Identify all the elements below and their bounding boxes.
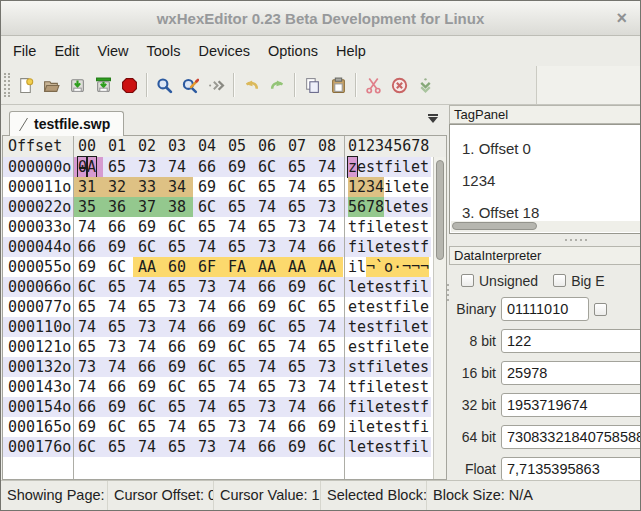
hex-byte[interactable]: 73 bbox=[193, 437, 223, 457]
hex-byte[interactable]: 74 bbox=[313, 157, 343, 177]
ascii-char[interactable]: l bbox=[411, 297, 420, 317]
ascii-char[interactable]: e bbox=[366, 417, 375, 437]
title-bar[interactable]: wxHexEditor 0.23 Beta Development for Li… bbox=[1, 1, 640, 36]
ascii-char[interactable]: t bbox=[411, 177, 420, 197]
hex-byte[interactable]: 66 bbox=[163, 337, 193, 357]
ascii-char[interactable]: t bbox=[348, 217, 357, 237]
cut-button[interactable] bbox=[360, 71, 386, 99]
ascii-char[interactable]: t bbox=[348, 317, 357, 337]
hex-byte[interactable]: 74 bbox=[253, 357, 283, 377]
hex-byte[interactable]: 66 bbox=[73, 397, 103, 417]
hex-byte[interactable]: FA bbox=[223, 257, 253, 277]
ascii-char[interactable]: i bbox=[420, 417, 429, 437]
ascii-char[interactable]: f bbox=[348, 237, 357, 257]
hex-byte[interactable]: 65 bbox=[223, 397, 253, 417]
hex-byte[interactable]: 6C bbox=[103, 257, 133, 277]
ascii-char[interactable]: i bbox=[357, 397, 366, 417]
hex-byte[interactable]: 35 bbox=[73, 197, 103, 217]
checkbox-icon[interactable] bbox=[553, 274, 566, 287]
ascii-char[interactable]: f bbox=[384, 157, 393, 177]
hex-byte[interactable]: 74 bbox=[223, 437, 253, 457]
ascii-char[interactable]: e bbox=[420, 297, 429, 317]
ascii-char[interactable]: f bbox=[384, 317, 393, 337]
hex-byte[interactable]: 74 bbox=[163, 417, 193, 437]
hex-byte[interactable]: 65 bbox=[253, 337, 283, 357]
ascii-char[interactable]: f bbox=[357, 377, 366, 397]
hex-byte[interactable]: 74 bbox=[223, 217, 253, 237]
ascii-char[interactable]: l bbox=[366, 397, 375, 417]
hex-byte[interactable]: 74 bbox=[313, 317, 343, 337]
hex-byte[interactable]: 65 bbox=[283, 317, 313, 337]
ascii-char[interactable]: · bbox=[393, 257, 402, 277]
ascii-char[interactable]: e bbox=[348, 337, 357, 357]
hex-byte[interactable]: 0A bbox=[73, 157, 103, 177]
new-file-button[interactable] bbox=[12, 71, 38, 99]
hex-byte[interactable]: 6C bbox=[283, 297, 313, 317]
ascii-char[interactable]: i bbox=[384, 337, 393, 357]
ascii-char[interactable]: s bbox=[402, 237, 411, 257]
ascii-char[interactable]: e bbox=[375, 277, 384, 297]
hex-byte[interactable]: 65 bbox=[133, 417, 163, 437]
ascii-char[interactable]: 2 bbox=[357, 177, 366, 197]
ascii-char[interactable]: e bbox=[384, 417, 393, 437]
hex-byte[interactable]: 6C bbox=[163, 217, 193, 237]
hex-byte[interactable]: 34 bbox=[163, 177, 193, 197]
ascii-char[interactable]: i bbox=[348, 257, 357, 277]
hex-byte[interactable]: 66 bbox=[223, 297, 253, 317]
ascii-char[interactable]: e bbox=[393, 237, 402, 257]
hex-byte[interactable]: 74 bbox=[73, 217, 103, 237]
ascii-char[interactable]: l bbox=[384, 357, 393, 377]
ascii-char[interactable]: e bbox=[393, 357, 402, 377]
hex-byte[interactable]: 74 bbox=[313, 377, 343, 397]
hex-byte[interactable]: 65 bbox=[103, 437, 133, 457]
hex-byte[interactable]: 74 bbox=[103, 297, 133, 317]
ascii-char[interactable]: 5 bbox=[348, 197, 357, 217]
hex-byte[interactable]: 66 bbox=[313, 397, 343, 417]
ascii-char[interactable]: s bbox=[411, 217, 420, 237]
hex-byte[interactable]: 74 bbox=[133, 277, 163, 297]
hex-byte[interactable]: 69 bbox=[283, 277, 313, 297]
hex-byte[interactable]: 69 bbox=[103, 397, 133, 417]
paste-button[interactable] bbox=[325, 71, 351, 99]
hex-byte[interactable]: 69 bbox=[283, 437, 313, 457]
ascii-char[interactable]: e bbox=[402, 377, 411, 397]
ascii-char[interactable]: ¬ bbox=[402, 257, 411, 277]
ascii-char[interactable]: s bbox=[357, 337, 366, 357]
ascii-char[interactable]: t bbox=[411, 337, 420, 357]
di-field-input[interactable] bbox=[501, 457, 641, 480]
hex-byte[interactable]: 73 bbox=[73, 357, 103, 377]
hex-byte[interactable]: 74 bbox=[103, 357, 133, 377]
menu-help[interactable]: Help bbox=[327, 38, 375, 64]
cursor-nibble[interactable]: A bbox=[87, 157, 96, 177]
hex-byte[interactable]: 65 bbox=[193, 417, 223, 437]
ascii-char[interactable]: s bbox=[366, 157, 375, 177]
ascii-char[interactable]: i bbox=[393, 157, 402, 177]
ascii-char[interactable]: e bbox=[357, 317, 366, 337]
ascii-char[interactable]: l bbox=[393, 337, 402, 357]
tag-item[interactable]: 1234 bbox=[450, 164, 641, 196]
hex-byte[interactable]: 65 bbox=[193, 377, 223, 397]
ascii-char[interactable]: l bbox=[393, 177, 402, 197]
hex-byte[interactable]: 66 bbox=[193, 157, 223, 177]
hex-byte[interactable]: 74 bbox=[193, 297, 223, 317]
ascii-char[interactable]: e bbox=[402, 337, 411, 357]
hex-byte[interactable]: 6C bbox=[133, 237, 163, 257]
hex-byte[interactable]: 6C bbox=[73, 437, 103, 457]
ascii-char[interactable]: t bbox=[393, 377, 402, 397]
hex-byte[interactable]: 65 bbox=[103, 317, 133, 337]
ascii-char[interactable]: e bbox=[393, 197, 402, 217]
hex-byte[interactable]: 65 bbox=[313, 177, 343, 197]
ascii-char[interactable]: l bbox=[348, 437, 357, 457]
hex-byte[interactable]: 66 bbox=[193, 317, 223, 337]
ascii-char[interactable]: f bbox=[420, 397, 429, 417]
di-field-input[interactable] bbox=[501, 297, 589, 321]
ascii-char[interactable]: t bbox=[420, 317, 429, 337]
hex-byte[interactable]: 74 bbox=[283, 397, 313, 417]
hex-byte[interactable]: 66 bbox=[283, 417, 313, 437]
hex-byte[interactable]: 65 bbox=[163, 277, 193, 297]
ascii-char[interactable]: t bbox=[420, 157, 429, 177]
hex-byte[interactable]: 6C bbox=[193, 357, 223, 377]
ascii-char[interactable]: f bbox=[411, 417, 420, 437]
hex-byte[interactable]: 74 bbox=[193, 397, 223, 417]
close-window-icon[interactable]: × bbox=[616, 9, 627, 27]
